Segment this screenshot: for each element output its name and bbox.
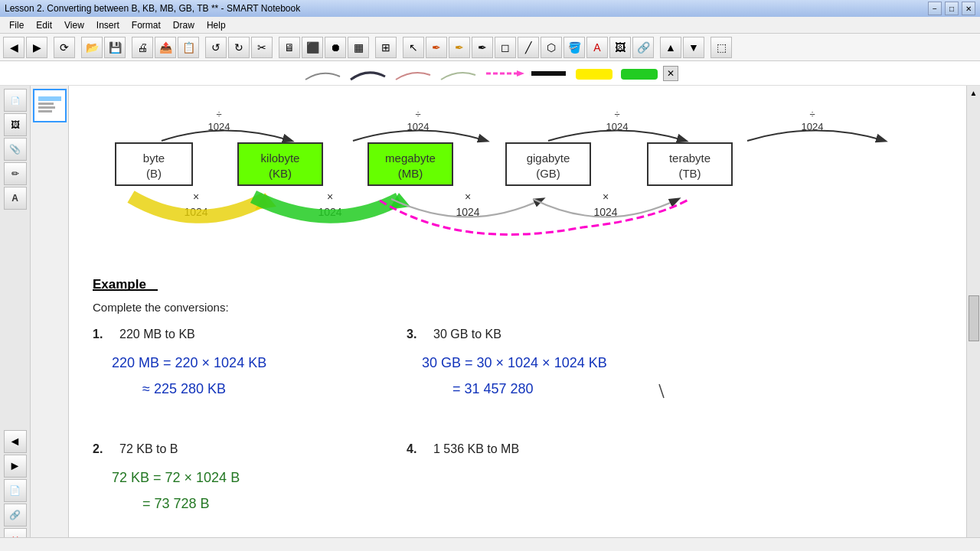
svg-text:×: × (465, 191, 471, 203)
undo-button[interactable]: ↺ (205, 37, 227, 58)
svg-text:1024: 1024 (606, 121, 629, 132)
main-toolbar: ◀ ▶ ⟳ 📂 💾 🖨 📤 📋 ↺ ↻ ✂ 🖥 ⬛ ⏺ ▦ ⊞ ↖ ✒ ✒ ✒ … (0, 34, 980, 61)
maximize-button[interactable]: □ (945, 2, 959, 15)
pen-style-4[interactable] (437, 63, 479, 84)
menu-help[interactable]: Help (201, 18, 232, 32)
left-btn-pages2[interactable]: 📄 (4, 479, 27, 502)
close-button[interactable]: ✕ (962, 2, 975, 15)
left-btn-pages[interactable]: 📄 (4, 89, 27, 112)
svg-rect-7 (38, 110, 52, 112)
svg-rect-3 (34, 90, 65, 121)
svg-text:= 73 728 B: = 73 728 B (142, 496, 210, 511)
svg-text:4.: 4. (407, 442, 416, 455)
svg-text:72 KB to B: 72 KB to B (119, 442, 178, 455)
svg-text:3.: 3. (407, 328, 416, 341)
back-button[interactable]: ◀ (3, 37, 24, 58)
pen-toolbar-close[interactable]: ✕ (663, 66, 678, 81)
share-button[interactable]: 📋 (178, 37, 199, 58)
right-panel: ▲ ▼ (966, 86, 980, 551)
export-button[interactable]: 📤 (155, 37, 176, 58)
svg-text:(TB): (TB) (678, 167, 701, 180)
svg-text:2.: 2. (93, 442, 103, 455)
svg-rect-4 (38, 96, 61, 101)
menu-format[interactable]: Format (126, 18, 167, 32)
window-controls: − □ ✕ (928, 2, 975, 15)
dual-screen-button[interactable]: ⬛ (302, 37, 323, 58)
svg-text:÷: ÷ (415, 109, 420, 120)
link-button[interactable]: 🔗 (632, 37, 654, 58)
menu-insert[interactable]: Insert (90, 18, 126, 32)
left-btn-text[interactable]: A (4, 187, 27, 210)
bottom-bar (0, 537, 980, 551)
svg-text:terabyte: terabyte (669, 152, 710, 165)
menu-edit[interactable]: Edit (30, 18, 58, 32)
menu-view[interactable]: View (58, 18, 90, 32)
thumbnail-1[interactable] (33, 89, 67, 122)
pen3-button[interactable]: ✒ (472, 37, 493, 58)
pen-style-thick-dark[interactable] (528, 63, 570, 84)
svg-text:(GB): (GB) (536, 167, 560, 180)
up-button[interactable]: ▲ (660, 37, 681, 58)
select-button[interactable]: ↖ (403, 37, 424, 58)
text-button[interactable]: A (586, 37, 608, 58)
svg-text:÷: ÷ (809, 109, 815, 120)
svg-rect-6 (38, 106, 55, 109)
svg-text:1024: 1024 (802, 121, 824, 132)
svg-text:Complete the conversions:: Complete the conversions: (93, 301, 229, 314)
svg-text:(KB): (KB) (269, 167, 292, 180)
title-bar: Lesson 2. Converting between B, KB, MB, … (0, 0, 980, 17)
left-btn-back[interactable]: ◄ (4, 430, 27, 453)
scroll-thumb[interactable] (969, 295, 979, 341)
menu-draw[interactable]: Draw (167, 18, 201, 32)
refresh-button[interactable]: ⟳ (54, 37, 75, 58)
left-btn-gallery[interactable]: 🖼 (4, 113, 27, 136)
image-button[interactable]: 🖼 (609, 37, 631, 58)
svg-text:72 KB = 72 × 1024  B: 72 KB = 72 × 1024 B (112, 470, 240, 485)
redo-button[interactable]: ↻ (228, 37, 250, 58)
svg-text:1024: 1024 (208, 121, 230, 132)
pen-style-2[interactable] (347, 63, 389, 84)
save-button[interactable]: 💾 (104, 37, 126, 58)
scroll-up[interactable]: ▲ (970, 89, 978, 97)
thumbnail-panel (31, 86, 69, 551)
svg-text:30 GB = 30 × 1024 × 1024 KB: 30 GB = 30 × 1024 × 1024 KB (422, 355, 607, 370)
svg-text:= 31 457 280: = 31 457 280 (452, 381, 534, 396)
screen-button[interactable]: 🖥 (279, 37, 300, 58)
left-btn-fwd[interactable]: ► (4, 455, 27, 478)
record-button[interactable]: ⏺ (325, 37, 346, 58)
menu-file[interactable]: File (3, 18, 30, 32)
present-button[interactable]: ▦ (348, 37, 369, 58)
group-button[interactable]: ⬚ (710, 37, 732, 58)
down-button[interactable]: ▼ (683, 37, 704, 58)
content-area: ÷ 1024 ÷ 1024 ÷ 1024 ÷ 1024 byte (B) (31, 86, 980, 551)
svg-text:220 MB to KB: 220 MB to KB (119, 328, 195, 341)
pen-style-3[interactable] (392, 63, 434, 84)
pen2-button[interactable]: ✒ (449, 37, 470, 58)
left-btn-attachments[interactable]: 📎 (4, 138, 27, 161)
eraser-button[interactable]: ◻ (495, 37, 516, 58)
cut-button[interactable]: ✂ (251, 37, 273, 58)
menu-bar: File Edit View Insert Format Draw Help (0, 17, 980, 34)
pen-style-1[interactable] (302, 63, 344, 84)
fill-button[interactable]: 🪣 (564, 37, 585, 58)
pen-style-dashed-arrow[interactable] (482, 63, 524, 84)
pen-style-yellow[interactable] (573, 63, 615, 84)
svg-text:×: × (193, 191, 199, 203)
svg-text:1 536 KB to MB: 1 536 KB to MB (433, 442, 519, 455)
title-text: Lesson 2. Converting between B, KB, MB, … (5, 3, 300, 14)
minimize-button[interactable]: − (928, 2, 942, 15)
svg-text:1024: 1024 (407, 121, 430, 132)
open-button[interactable]: 📂 (81, 37, 103, 58)
left-panel: 📄 🖼 📎 ✏ A ◄ ► 📄 🔗 ✕ (0, 86, 31, 551)
forward-button[interactable]: ▶ (26, 37, 47, 58)
pen-button[interactable]: ✒ (426, 37, 447, 58)
pen-style-green[interactable] (618, 63, 660, 84)
left-btn-properties[interactable]: ✏ (4, 162, 27, 185)
svg-rect-5 (38, 103, 54, 105)
shape-button[interactable]: ⬡ (541, 37, 562, 58)
table-button[interactable]: ⊞ (375, 37, 397, 58)
line-button[interactable]: ╱ (518, 37, 539, 58)
notebook-canvas: ÷ 1024 ÷ 1024 ÷ 1024 ÷ 1024 byte (B) (69, 86, 966, 551)
print-button[interactable]: 🖨 (132, 37, 153, 58)
left-btn-share[interactable]: 🔗 (4, 504, 27, 527)
